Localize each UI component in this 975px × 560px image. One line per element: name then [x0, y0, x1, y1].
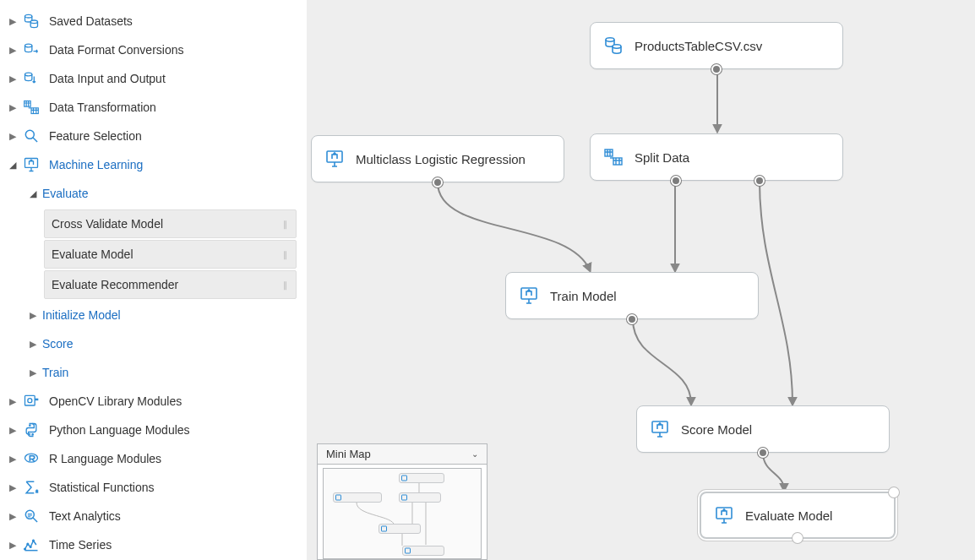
chevron-right-icon: ▶	[27, 367, 39, 378]
tree-item-label: Data Transformation	[49, 101, 156, 114]
chevron-right-icon: ▶	[7, 73, 19, 84]
output-port[interactable]	[758, 448, 768, 458]
opencv-icon	[22, 392, 41, 410]
node-products-csv[interactable]: ProductsTableCSV.csv	[590, 22, 843, 69]
module-cross-validate-model[interactable]: Cross Validate Model ∥	[44, 209, 297, 238]
node-label: Multiclass Logistic Regression	[356, 152, 526, 166]
tree-item-label: Feature Selection	[49, 129, 142, 143]
r-icon	[22, 449, 41, 468]
python-icon	[22, 421, 41, 439]
tree-item-feature-selection[interactable]: ▶ Feature Selection	[3, 122, 307, 150]
tree-item-data-transformation[interactable]: ▶ Data Transformation	[3, 93, 307, 122]
node-label: Train Model	[550, 289, 617, 303]
node-label: Score Model	[681, 422, 752, 437]
mini-map-title: Mini Map	[326, 448, 371, 460]
tree-item-data-input-output[interactable]: ▶ Data Input and Output	[3, 64, 307, 93]
module-leaf-label: Evaluate Model	[52, 247, 133, 261]
tree-item-time-series[interactable]: ▶ Time Series	[3, 530, 307, 559]
mini-node	[379, 524, 421, 534]
tree-item-evaluate[interactable]: ◢ Evaluate	[3, 179, 307, 208]
data-transform-icon	[602, 146, 624, 168]
tree-item-label: Train	[42, 366, 68, 379]
chevron-right-icon: ▶	[7, 540, 19, 551]
input-port-2[interactable]	[889, 487, 899, 497]
tree-item-initialize-model[interactable]: ▶ Initialize Model	[3, 301, 307, 329]
grip-icon: ∥	[283, 220, 289, 229]
ml-monitor-icon	[324, 148, 346, 170]
tree-item-label: Text Analytics	[49, 509, 121, 523]
chevron-right-icon: ▶	[7, 482, 19, 493]
grip-icon: ∥	[283, 280, 289, 290]
tree-item-label: Data Format Conversions	[49, 43, 184, 57]
grip-icon: ∥	[283, 250, 289, 259]
tree-item-label: Score	[42, 337, 74, 351]
mini-node	[402, 546, 444, 556]
experiment-canvas[interactable]: ProductsTableCSV.csv Multiclass Logistic…	[307, 0, 975, 560]
chevron-down-icon: ◢	[27, 188, 39, 199]
tree-item-score[interactable]: ▶ Score	[3, 329, 307, 358]
tree-item-label: Python Language Modules	[49, 423, 190, 437]
tree-item-label: OpenCV Library Modules	[49, 394, 182, 408]
ml-monitor-icon	[22, 155, 41, 174]
mini-map-body[interactable]	[318, 465, 487, 559]
node-label: Evaluate Model	[745, 508, 832, 523]
chevron-right-icon: ▶	[7, 16, 19, 27]
ml-monitor-icon	[713, 504, 735, 526]
node-multiclass-logistic-regression[interactable]: Multiclass Logistic Regression	[311, 135, 564, 182]
node-label: ProductsTableCSV.csv	[635, 39, 762, 53]
module-evaluate-model[interactable]: Evaluate Model ∥	[44, 240, 297, 269]
chevron-right-icon: ▶	[27, 310, 39, 321]
tree-item-label: Machine Learning	[49, 158, 143, 171]
chevron-right-icon: ▶	[7, 45, 19, 56]
node-evaluate-model[interactable]: Evaluate Model	[700, 492, 896, 539]
magnifier-icon	[22, 127, 41, 145]
module-palette-sidebar: ▶ Saved Datasets ▶ Data Format Conversio…	[0, 0, 307, 560]
output-port[interactable]	[793, 533, 803, 543]
tree-item-label: Time Series	[49, 538, 112, 552]
chevron-right-icon: ▶	[7, 511, 19, 522]
text-analytics-icon	[22, 507, 41, 525]
node-train-model[interactable]: Train Model	[505, 272, 759, 319]
node-label: Split Data	[635, 150, 689, 165]
module-leaf-label: Cross Validate Model	[52, 217, 163, 231]
node-score-model[interactable]: Score Model	[636, 405, 890, 453]
output-port[interactable]	[433, 177, 443, 188]
ml-monitor-icon	[649, 418, 671, 440]
chevron-right-icon: ▶	[7, 131, 19, 142]
module-evaluate-recommender[interactable]: Evaluate Recommender ∥	[44, 270, 297, 299]
output-port-2[interactable]	[754, 176, 765, 186]
node-split-data[interactable]: Split Data	[590, 133, 843, 181]
tree-item-label: Statistical Functions	[49, 481, 155, 494]
tree-item-saved-datasets[interactable]: ▶ Saved Datasets	[3, 7, 307, 35]
chevron-right-icon: ▶	[7, 454, 19, 465]
tree-item-train[interactable]: ▶ Train	[3, 358, 307, 387]
tree-item-data-format-conversions[interactable]: ▶ Data Format Conversions	[3, 35, 307, 64]
dataset-icon	[602, 35, 624, 57]
mini-map-header[interactable]: Mini Map ⌄	[318, 444, 487, 465]
chevron-right-icon: ▶	[7, 102, 19, 113]
chevron-right-icon: ▶	[27, 339, 39, 350]
data-transform-icon	[22, 98, 41, 117]
chevron-down-icon: ◢	[7, 160, 19, 171]
tree-item-r-lang[interactable]: ▶ R Language Modules	[3, 444, 307, 473]
chevron-right-icon: ▶	[7, 396, 19, 407]
tree-item-python[interactable]: ▶ Python Language Modules	[3, 416, 307, 444]
output-port-1[interactable]	[671, 176, 681, 186]
dataset-io-icon	[22, 69, 41, 88]
tree-item-machine-learning[interactable]: ◢ Machine Learning	[3, 150, 307, 179]
tree-item-statistical-functions[interactable]: ▶ Statistical Functions	[3, 473, 307, 502]
mini-map: Mini Map ⌄	[317, 443, 488, 560]
tree-item-opencv[interactable]: ▶ OpenCV Library Modules	[3, 387, 307, 416]
dataset-icon	[22, 12, 41, 30]
tree-item-text-analytics[interactable]: ▶ Text Analytics	[3, 502, 307, 530]
output-port[interactable]	[711, 64, 722, 74]
ml-monitor-icon	[518, 285, 540, 307]
module-leaf-label: Evaluate Recommender	[52, 278, 178, 291]
tree-item-label: Data Input and Output	[49, 72, 166, 85]
mini-node	[399, 473, 444, 483]
dataset-convert-icon	[22, 41, 41, 59]
mini-node	[333, 492, 382, 503]
output-port[interactable]	[627, 314, 637, 324]
tree-item-label: R Language Modules	[49, 452, 161, 465]
chevron-down-icon: ⌄	[471, 449, 478, 459]
